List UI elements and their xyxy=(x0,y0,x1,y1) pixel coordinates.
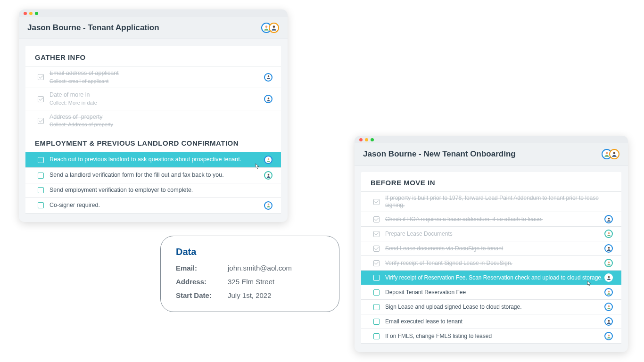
task-row[interactable]: Date of more in Collect: More in date xyxy=(25,88,281,109)
task-label: Email address of applicant Collect: emai… xyxy=(50,70,264,84)
close-icon[interactable] xyxy=(359,138,363,141)
svg-point-15 xyxy=(608,305,610,307)
checkbox-icon[interactable] xyxy=(373,289,380,296)
task-label: Virify receipt of Reservation Fee. Scan … xyxy=(385,274,604,281)
svg-point-12 xyxy=(608,261,610,263)
section-title: GATHER INFO xyxy=(25,46,281,66)
task-row[interactable]: Send a landlord verification form for th… xyxy=(25,167,281,183)
task-label: Co-signer required. xyxy=(50,202,264,209)
email-label: Email: xyxy=(176,264,228,272)
section-title: BEFORE MOVE IN xyxy=(361,172,621,191)
svg-point-17 xyxy=(608,334,610,336)
tenant-onboarding-window: Jason Bourne - New Tenant Onboarding BEF… xyxy=(355,136,628,352)
checkbox-icon[interactable] xyxy=(373,260,380,266)
assignee-avatar-icon[interactable] xyxy=(604,244,613,253)
task-row[interactable]: If property is built prior to 1978, forw… xyxy=(361,191,621,212)
task-row[interactable]: Send employment verification to employer… xyxy=(25,183,281,197)
task-row[interactable]: Reach out to previous landlord to ask qu… xyxy=(25,152,281,167)
checkbox-icon[interactable] xyxy=(373,304,380,310)
task-row[interactable]: Virify receipt of Reservation Fee. Scan … xyxy=(361,270,621,285)
task-label: Check if HOA requires a lease addendum, … xyxy=(385,216,604,223)
task-row[interactable]: Address of ·property Collect: Address of… xyxy=(25,110,281,132)
svg-point-0 xyxy=(265,25,268,28)
checkbox-icon[interactable] xyxy=(373,216,380,222)
assignee-avatar-icon[interactable] xyxy=(604,215,613,223)
assignee-avatar-icon[interactable] xyxy=(604,332,613,340)
checkbox-icon[interactable] xyxy=(373,333,380,339)
data-title: Data xyxy=(176,247,324,257)
avatar-icon xyxy=(609,149,619,159)
tenant-application-window: Jason Bourne - Tenant Application GATHER… xyxy=(19,9,288,222)
checkbox-icon[interactable] xyxy=(38,118,44,124)
assignee-avatar-icon[interactable] xyxy=(264,73,272,82)
address-value: 325 Elm Street xyxy=(228,278,324,286)
checkbox-icon[interactable] xyxy=(38,74,44,80)
assignee-avatar-icon[interactable] xyxy=(264,95,272,103)
card-title: Jason Bourne - Tenant Application xyxy=(27,23,159,33)
task-row[interactable]: Co-signer required. xyxy=(25,197,281,214)
svg-point-10 xyxy=(608,232,610,234)
task-label: Send Lease documents via DocuSign to ten… xyxy=(385,245,604,252)
close-icon[interactable] xyxy=(24,12,27,15)
task-label: Send a landlord verification form for th… xyxy=(50,172,264,179)
section-title: EMPLOYMENT & PREVIOUS LANDLORD CONFIRMAT… xyxy=(25,132,281,152)
checkbox-icon[interactable] xyxy=(373,319,380,325)
email-value: john.smith@aol.com xyxy=(228,264,324,272)
assignee-avatar-icon[interactable] xyxy=(264,156,272,164)
data-summary-panel: Data Email: john.smith@aol.com Address: … xyxy=(160,236,339,312)
task-row[interactable]: Sign Lease and upload signed Lease to cl… xyxy=(361,299,621,314)
task-row[interactable]: Prepare Lease Documents xyxy=(361,226,621,241)
assignee-avatar-icon[interactable] xyxy=(604,303,613,311)
task-row[interactable]: Verify receipt of Tenant Signed Lease in… xyxy=(361,255,621,270)
card-header: Jason Bourne - New Tenant Onboarding xyxy=(355,143,628,165)
task-label: Prepare Lease Documents xyxy=(385,230,604,238)
svg-point-7 xyxy=(606,152,608,154)
assignee-avatar-icon[interactable] xyxy=(604,317,613,326)
task-row[interactable]: If on FMLS, change FMLS listing to lease… xyxy=(361,329,621,344)
minimize-icon[interactable] xyxy=(365,138,368,141)
checkbox-icon[interactable] xyxy=(38,96,44,102)
card-header: Jason Bourne - Tenant Application xyxy=(19,17,288,39)
svg-point-13 xyxy=(608,276,610,278)
task-label: Reach out to previous landlord to ask qu… xyxy=(50,156,264,164)
checkbox-icon[interactable] xyxy=(38,173,44,179)
window-controls xyxy=(355,136,628,143)
task-label: Date of more in Collect: More in date xyxy=(50,91,264,106)
assignee-avatar-icon[interactable] xyxy=(264,171,272,180)
task-row[interactable]: Send Lease documents via DocuSign to ten… xyxy=(361,241,621,255)
svg-point-6 xyxy=(267,204,269,206)
checkbox-icon[interactable] xyxy=(373,275,380,281)
assignee-avatar-icon[interactable] xyxy=(604,230,613,238)
task-row[interactable]: Deposit Tenant Reservation Fee xyxy=(361,285,621,299)
task-row[interactable]: Email address of applicant Collect: emai… xyxy=(25,66,281,88)
header-avatars[interactable] xyxy=(602,149,619,159)
address-label: Address: xyxy=(176,278,228,286)
svg-point-16 xyxy=(608,320,610,321)
minimize-icon[interactable] xyxy=(29,12,33,15)
checkbox-icon[interactable] xyxy=(38,157,44,163)
svg-point-2 xyxy=(267,75,269,77)
checkbox-icon[interactable] xyxy=(373,199,380,205)
checkbox-icon[interactable] xyxy=(38,202,44,208)
checkbox-icon[interactable] xyxy=(373,231,380,237)
task-row[interactable]: Email executed lease to tenant xyxy=(361,314,621,329)
zoom-icon[interactable] xyxy=(371,138,374,141)
assignee-avatar-icon[interactable] xyxy=(604,288,613,296)
startdate-label: Start Date: xyxy=(176,291,228,299)
header-avatars[interactable] xyxy=(261,23,279,33)
assignee-avatar-icon[interactable] xyxy=(604,259,613,267)
assignee-avatar-icon[interactable] xyxy=(264,201,272,210)
startdate-value: July 1st, 2022 xyxy=(228,291,324,299)
svg-point-4 xyxy=(267,158,269,160)
task-row[interactable]: Check if HOA requires a lease addendum, … xyxy=(361,212,621,226)
checkbox-icon[interactable] xyxy=(38,187,44,193)
task-label: Verify receipt of Tenant Signed Lease in… xyxy=(385,260,604,267)
checkbox-icon[interactable] xyxy=(373,246,380,252)
assignee-avatar-icon[interactable] xyxy=(604,273,613,282)
svg-point-9 xyxy=(608,217,610,219)
zoom-icon[interactable] xyxy=(35,12,38,15)
task-label: Send employment verification to employer… xyxy=(50,187,272,194)
svg-point-1 xyxy=(273,25,275,28)
task-label: Address of ·property Collect: Address of… xyxy=(50,114,272,128)
task-label: If on FMLS, change FMLS listing to lease… xyxy=(385,333,604,340)
